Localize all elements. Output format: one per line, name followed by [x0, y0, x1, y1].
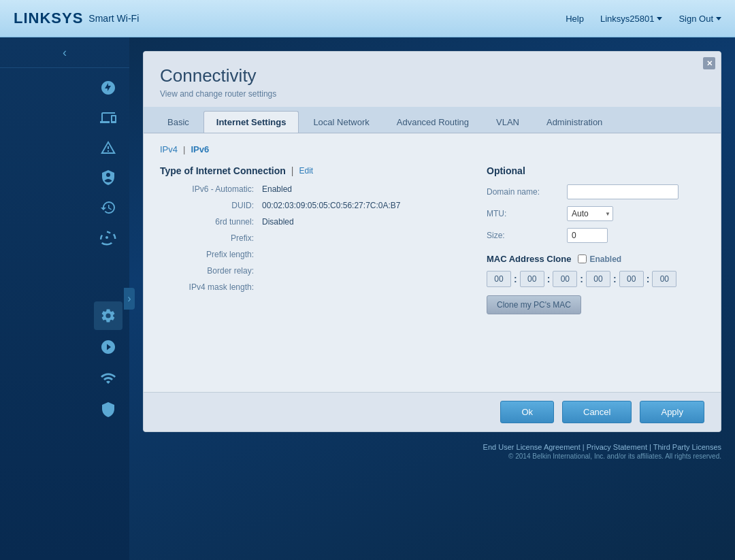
sidebar-item-update[interactable] [94, 333, 122, 361]
mac-octet-4[interactable] [586, 271, 610, 287]
6rd-tunnel-value: Disabled [262, 217, 294, 227]
tab-bar: Basic Internet Settings Local Network Ad… [144, 107, 721, 133]
mac-address-fields: : : : : : [487, 271, 704, 287]
domain-name-input[interactable] [567, 184, 679, 199]
tab-advanced-routing[interactable]: Advanced Routing [384, 111, 482, 133]
mac-clone-checkbox[interactable] [578, 254, 587, 263]
field-ipv6-automatic: IPv6 - Automatic: Enabled [160, 184, 459, 194]
help-link[interactable]: Help [566, 14, 584, 24]
footer-links: End User License Agreement | Privacy Sta… [143, 443, 721, 451]
sidebar-item-security[interactable] [94, 163, 122, 192]
6rd-tunnel-label: 6rd tunnel: [160, 217, 262, 227]
field-border-relay: Border relay: [160, 266, 459, 276]
field-ipv4-mask-length: IPv4 mask length: [160, 282, 459, 292]
tab-internet-settings[interactable]: Internet Settings [203, 111, 299, 133]
mac-colon-1: : [514, 274, 517, 284]
section-divider: | [291, 165, 294, 176]
panel-close-button[interactable]: ✕ [703, 57, 715, 69]
tab-administration[interactable]: Administration [534, 111, 615, 133]
edit-link[interactable]: Edit [299, 166, 314, 176]
ip-separator: | [183, 144, 185, 154]
ipv4-mask-length-label: IPv4 mask length: [160, 282, 262, 292]
mtu-select-wrapper: Auto Manual [567, 206, 613, 221]
ipv4-link[interactable]: IPv4 [160, 144, 178, 154]
mac-clone-label: MAC Address Clone [487, 254, 571, 264]
sidebar-item-wifi[interactable] [94, 364, 122, 393]
mac-clone-section: MAC Address Clone Enabled : : [487, 254, 704, 314]
domain-name-row: Domain name: [487, 184, 704, 199]
main-content: ✕ Connectivity View and change router se… [129, 37, 735, 560]
panel-title: Connectivity [160, 65, 704, 86]
size-row: Size: [487, 228, 704, 243]
header: LINKSYS Smart Wi-Fi Help Linksys25801 Si… [0, 0, 735, 37]
wifi-icon [100, 370, 116, 386]
signout-dropdown-arrow [716, 17, 721, 20]
mac-clone-title: MAC Address Clone Enabled [487, 254, 704, 264]
duid-value: 00:02:03:09:05:05:C0:56:27:7C:0A:B7 [262, 201, 401, 210]
mac-octet-1[interactable] [487, 271, 511, 287]
left-column: Type of Internet Connection | Edit IPv6 … [160, 165, 459, 314]
third-party-link[interactable]: Third Party Licenses [653, 443, 721, 451]
mac-clone-enabled-label[interactable]: Enabled [578, 254, 621, 264]
mac-colon-5: : [647, 274, 650, 284]
field-prefix-length: Prefix length: [160, 250, 459, 259]
ipv6-auto-value: Enabled [262, 184, 292, 194]
router-icon [100, 80, 116, 96]
right-column: Optional Domain name: MTU: Auto Manual [487, 165, 704, 314]
tab-vlan[interactable]: VLAN [483, 111, 532, 133]
privacy-link[interactable]: Privacy Statement [587, 443, 647, 451]
content-columns: Type of Internet Connection | Edit IPv6 … [160, 165, 704, 314]
sidebar: ‹ [0, 37, 129, 560]
field-duid: DUID: 00:02:03:09:05:05:C0:56:27:7C:0A:B… [160, 201, 459, 210]
connection-type-label: Type of Internet Connection [160, 165, 286, 176]
apply-button[interactable]: Apply [640, 401, 704, 423]
panel-subtitle: View and change router settings [160, 89, 704, 99]
signout-dropdown[interactable]: Sign Out [679, 14, 721, 24]
user-dropdown[interactable]: Linksys25801 [600, 14, 663, 24]
ipv6-link[interactable]: IPv6 [191, 144, 209, 154]
ip-version-links: IPv4 | IPv6 [160, 144, 704, 154]
optional-title: Optional [487, 165, 704, 176]
mtu-select[interactable]: Auto Manual [567, 206, 613, 221]
sidebar-item-history[interactable] [94, 193, 122, 222]
update-icon [100, 339, 116, 355]
sidebar-item-network[interactable] [94, 223, 122, 252]
mac-colon-2: : [547, 274, 551, 284]
username-label: Linksys25801 [600, 14, 655, 24]
sidebar-expand-button[interactable] [124, 288, 135, 310]
border-relay-label: Border relay: [160, 266, 262, 276]
sidebar-item-devices[interactable] [94, 103, 122, 132]
enabled-text: Enabled [589, 254, 621, 264]
sidebar-item-alerts[interactable] [94, 133, 122, 162]
settings-icon [100, 308, 116, 324]
clone-mac-button[interactable]: Clone my PC's MAC [487, 295, 581, 314]
duid-label: DUID: [160, 201, 262, 210]
mac-octet-6[interactable] [652, 271, 676, 287]
cancel-button[interactable]: Cancel [562, 401, 632, 423]
sidebar-item-vpn[interactable] [94, 395, 122, 424]
domain-name-label: Domain name: [487, 187, 561, 197]
sidebar-collapse-button[interactable]: ‹ [0, 37, 129, 68]
page-footer: End User License Agreement | Privacy Sta… [143, 443, 721, 460]
header-right: Help Linksys25801 Sign Out [566, 14, 721, 24]
mac-octet-5[interactable] [619, 271, 644, 287]
mtu-row: MTU: Auto Manual [487, 206, 704, 221]
tab-local-network[interactable]: Local Network [300, 111, 382, 133]
collapse-arrow-icon: ‹ [63, 46, 67, 60]
logo-smartwifi: Smart Wi-Fi [88, 13, 139, 24]
mac-octet-3[interactable] [553, 271, 577, 287]
prefix-length-label: Prefix length: [160, 250, 262, 259]
logo-area: LINKSYS Smart Wi-Fi [14, 10, 566, 27]
ok-button[interactable]: Ok [500, 401, 554, 423]
mac-octet-2[interactable] [520, 271, 544, 287]
connectivity-panel: ✕ Connectivity View and change router se… [143, 51, 721, 432]
eula-link[interactable]: End User License Agreement [483, 443, 581, 451]
field-prefix: Prefix: [160, 233, 459, 243]
sidebar-item-settings[interactable] [94, 301, 122, 330]
size-label: Size: [487, 231, 561, 240]
size-input[interactable] [567, 228, 608, 243]
tab-basic[interactable]: Basic [154, 111, 202, 133]
signout-label: Sign Out [679, 14, 713, 24]
sidebar-item-router[interactable] [94, 73, 122, 102]
mac-colon-3: : [580, 274, 583, 284]
